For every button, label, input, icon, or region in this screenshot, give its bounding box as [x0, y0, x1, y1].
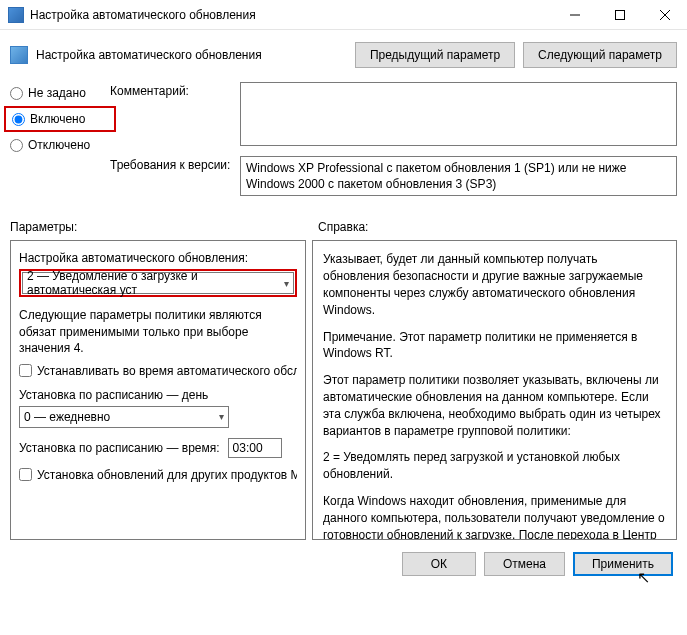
titlebar: Настройка автоматического обновления [0, 0, 687, 30]
maximize-button[interactable] [597, 0, 642, 30]
chevron-down-icon: ▾ [284, 278, 289, 289]
other-products-checkbox[interactable] [19, 468, 32, 481]
update-mode-label: Настройка автоматического обновления: [19, 251, 297, 265]
radio-not-configured[interactable]: Не задано [10, 86, 110, 100]
help-paragraph: Когда Windows находит обновления, примен… [323, 493, 666, 540]
maintenance-checkbox-row[interactable]: Устанавливать во время автоматического о… [19, 364, 297, 378]
policy-icon [10, 46, 28, 64]
other-products-checkbox-row[interactable]: Установка обновлений для других продукто… [19, 468, 297, 482]
help-paragraph: 2 = Уведомлять перед загрузкой и установ… [323, 449, 666, 483]
radio-disabled[interactable]: Отключено [10, 138, 110, 152]
update-mode-highlight: 2 — Уведомление о загрузке и автоматичес… [19, 269, 297, 297]
schedule-day-value: 0 — ежедневно [24, 410, 110, 424]
radio-disabled-input[interactable] [10, 139, 23, 152]
help-panel[interactable]: Указывает, будет ли данный компьютер пол… [312, 240, 677, 540]
window-icon [8, 7, 24, 23]
apply-button-label: Применить [592, 557, 654, 571]
update-mode-select[interactable]: 2 — Уведомление о загрузке и автоматичес… [22, 272, 294, 294]
cancel-button[interactable]: Отмена [484, 552, 565, 576]
params-hint: Следующие параметры политики являются об… [19, 307, 297, 356]
next-setting-button[interactable]: Следующий параметр [523, 42, 677, 68]
maintenance-checkbox[interactable] [19, 364, 32, 377]
schedule-day-select[interactable]: 0 — ежедневно ▾ [19, 406, 229, 428]
requirements-box: Windows XP Professional с пакетом обновл… [240, 156, 677, 196]
ok-button[interactable]: ОК [402, 552, 476, 576]
help-section-label: Справка: [318, 220, 677, 234]
update-mode-value: 2 — Уведомление о загрузке и автоматичес… [27, 269, 284, 297]
state-radios: Не задано Включено Отключено [10, 82, 110, 206]
schedule-time-label: Установка по расписанию — время: [19, 441, 220, 455]
prev-setting-button[interactable]: Предыдущий параметр [355, 42, 515, 68]
maintenance-checkbox-label: Устанавливать во время автоматического о… [37, 364, 297, 378]
help-paragraph: Примечание. Этот параметр политики не пр… [323, 329, 666, 363]
footer: ОК Отмена Применить ↖ [0, 540, 687, 586]
minimize-button[interactable] [552, 0, 597, 30]
apply-button[interactable]: Применить ↖ [573, 552, 673, 576]
comment-input[interactable] [240, 82, 677, 146]
header: Настройка автоматического обновления Пре… [0, 30, 687, 78]
svg-rect-1 [615, 10, 624, 19]
chevron-down-icon: ▾ [219, 411, 224, 422]
radio-not-configured-input[interactable] [10, 87, 23, 100]
params-panel: Настройка автоматического обновления: 2 … [10, 240, 306, 540]
radio-enabled-input[interactable] [12, 113, 25, 126]
radio-not-configured-label: Не задано [28, 86, 86, 100]
radio-enabled[interactable]: Включено [12, 112, 85, 126]
policy-title: Настройка автоматического обновления [36, 48, 347, 62]
help-paragraph: Этот параметр политики позволяет указыва… [323, 372, 666, 439]
schedule-time-input[interactable] [228, 438, 282, 458]
requirements-label: Требования к версии: [110, 156, 240, 196]
window-title: Настройка автоматического обновления [30, 8, 552, 22]
params-section-label: Параметры: [10, 220, 318, 234]
close-button[interactable] [642, 0, 687, 30]
radio-disabled-label: Отключено [28, 138, 90, 152]
schedule-day-label: Установка по расписанию — день [19, 388, 297, 402]
help-paragraph: Указывает, будет ли данный компьютер пол… [323, 251, 666, 318]
radio-enabled-highlight: Включено [4, 106, 116, 132]
other-products-checkbox-label: Установка обновлений для других продукто… [37, 468, 297, 482]
radio-enabled-label: Включено [30, 112, 85, 126]
comment-label: Комментарий: [110, 82, 240, 146]
